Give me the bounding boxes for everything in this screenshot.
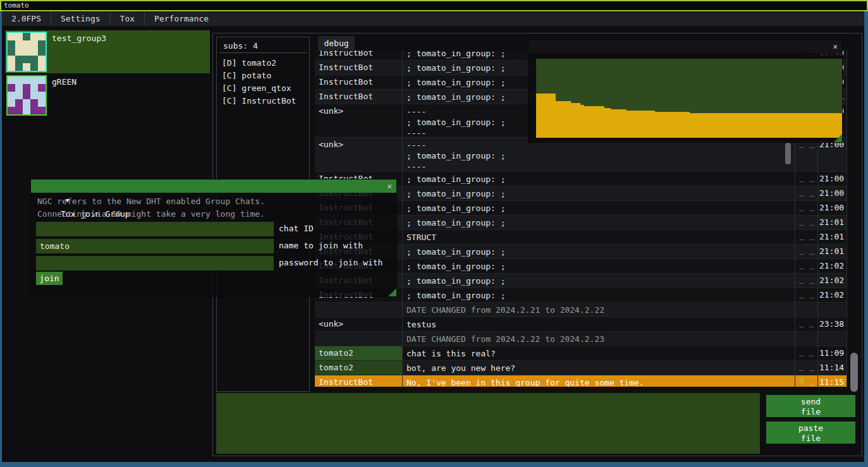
join-password-label: password to join with: [279, 258, 382, 267]
status-underscore: _: [809, 376, 814, 385]
column-separator: [847, 51, 847, 387]
message-row[interactable]: DATE CHANGED from 2024.2.22 to 2024.2.23: [315, 331, 847, 346]
message-status-indicators: _ _: [795, 259, 817, 273]
subs-member[interactable]: [C] potato: [222, 70, 271, 82]
join-name-field[interactable]: [36, 239, 274, 253]
status-underscore: _: [799, 231, 804, 240]
message-status-indicators: _ _: [795, 172, 817, 186]
message-text: No, I've been in this group for quite so…: [403, 375, 795, 387]
message-row[interactable]: DATE CHANGED from 2024.2.21 to 2024.2.22: [315, 302, 847, 317]
message-status-indicators: _ _: [795, 186, 817, 200]
subs-member[interactable]: [D] tomato2: [222, 57, 276, 70]
message-status-indicators: _ _: [795, 215, 817, 229]
delivered-indicator: d: [799, 376, 804, 385]
join-password-field[interactable]: [36, 256, 274, 270]
send-file-button[interactable]: sendfile: [766, 395, 855, 417]
group-name-label: gREEN: [52, 77, 76, 87]
group-avatar: [6, 75, 47, 116]
message-row[interactable]: InstructBotNo, I've been in this group f…: [315, 375, 847, 387]
message-row[interactable]: tomato2bot, are you new here?_ _11:14: [315, 360, 847, 375]
chat-id-field[interactable]: [36, 222, 274, 236]
message-text: STRUCT: [403, 230, 795, 244]
histogram-window[interactable]: ▼ Tox DHT announce capability histogram …: [528, 39, 843, 143]
status-underscore: _: [799, 289, 804, 298]
join-name-label: name to join with: [279, 241, 363, 250]
menu-item-tox[interactable]: Tox: [111, 12, 144, 26]
join-group-window[interactable]: ▼ Tox join Group ✕ NGC refers to the New…: [30, 179, 397, 297]
message-text: ; tomato_in_group: ;: [403, 274, 795, 288]
message-timestamp: 21:02: [818, 288, 847, 302]
message-timestamp: 21:02: [818, 259, 847, 273]
message-text: testus: [403, 317, 795, 331]
message-timestamp: 11:14: [818, 361, 847, 375]
message-timestamp: 21:00: [818, 201, 847, 215]
subs-member[interactable]: [C] green_qtox: [222, 82, 291, 95]
message-sender: tomato2: [315, 361, 402, 375]
message-status-indicators: _ _: [795, 274, 817, 288]
message-sender: [315, 332, 402, 346]
status-underscore: _: [799, 245, 804, 255]
message-timestamp: [818, 332, 847, 346]
message-sender: InstructBot: [315, 51, 402, 60]
message-text: ; tomato_in_group: ;: [403, 201, 795, 215]
subs-separator: [219, 52, 307, 53]
compose-input[interactable]: [216, 393, 760, 454]
status-underscore: _: [809, 216, 814, 226]
status-underscore: _: [799, 202, 804, 211]
message-status-indicators: _ _: [795, 245, 817, 258]
resize-grip-icon[interactable]: [834, 134, 842, 142]
message-sender: InstructBot: [315, 75, 402, 89]
group-row-test_group3[interactable]: test_group3: [5, 30, 210, 73]
message-row[interactable]: <unk>testus_ _23:38: [315, 317, 847, 331]
message-status-indicators: _ _: [795, 346, 817, 360]
status-underscore: _: [809, 260, 814, 269]
histogram-window-titlebar[interactable]: ▼ Tox DHT announce capability histogram …: [529, 40, 842, 53]
message-timestamp: 21:01: [818, 245, 847, 258]
group-row-gREEN[interactable]: gREEN: [5, 74, 210, 117]
message-text: ; tomato_in_group: ;: [403, 215, 795, 229]
resize-grip-icon[interactable]: [388, 288, 396, 296]
status-underscore: _: [809, 361, 814, 371]
message-status-indicators: _ _: [795, 317, 817, 331]
chat-scrollbar[interactable]: [850, 353, 858, 392]
message-timestamp: 21:00: [818, 172, 847, 186]
status-underscore: _: [809, 202, 814, 211]
window-frame-left: [0, 11, 2, 462]
status-underscore: _: [799, 274, 804, 284]
status-underscore: _: [799, 216, 804, 226]
join-description-line1: NGC refers to the New DHT enabled Group …: [37, 197, 265, 206]
paste-file-button[interactable]: pastefile: [766, 422, 855, 444]
status-underscore: _: [799, 347, 804, 356]
message-text: chat is this real?: [403, 346, 795, 360]
status-underscore: _: [809, 187, 814, 197]
join-window-titlebar[interactable]: ▼ Tox join Group ✕: [31, 179, 396, 193]
subs-member[interactable]: [C] InstructBot: [222, 95, 296, 107]
status-underscore: _: [809, 347, 814, 356]
message-text: ; tomato_in_group: ;: [403, 172, 795, 186]
menu-item-performance[interactable]: Performance: [145, 12, 218, 26]
message-row[interactable]: tomato2chat is this real?_ _11:09: [315, 346, 847, 360]
menu-item-settings[interactable]: Settings: [51, 12, 110, 26]
chat-id-label: chat ID: [279, 224, 314, 233]
window-frame-bottom: [0, 462, 868, 467]
os-titlebar[interactable]: tomato: [0, 0, 868, 11]
close-icon[interactable]: ✕: [833, 40, 838, 53]
menu-item-2.0fps[interactable]: 2.0FPS: [2, 12, 51, 26]
message-status-indicators: _ _: [795, 230, 817, 244]
message-timestamp: 21:00: [818, 186, 847, 200]
histogram-series: [536, 59, 842, 138]
message-cell-scrollbar[interactable]: [785, 143, 791, 164]
status-underscore: _: [799, 361, 804, 371]
join-button[interactable]: join: [36, 272, 63, 285]
message-sender: <unk>: [315, 317, 402, 331]
message-sender: tomato2: [315, 346, 402, 360]
status-underscore: _: [809, 274, 814, 284]
message-timestamp: 21:02: [818, 274, 847, 288]
tab-debug[interactable]: debug: [318, 36, 355, 51]
status-underscore: _: [799, 187, 804, 197]
message-text: ; tomato_in_group: ;: [403, 259, 795, 273]
status-underscore: _: [809, 318, 814, 327]
status-underscore: _: [799, 173, 804, 182]
close-icon[interactable]: ✕: [387, 179, 392, 193]
message-sender: InstructBot: [315, 375, 402, 387]
